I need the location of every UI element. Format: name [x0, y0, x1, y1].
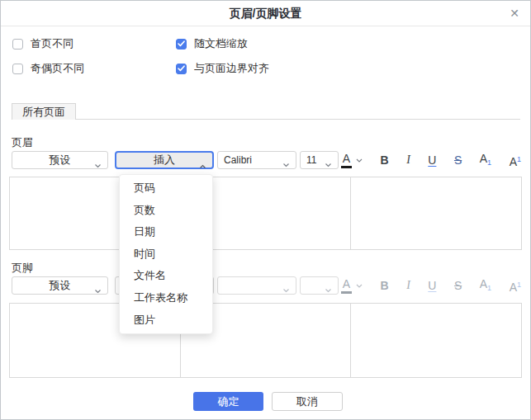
strikethrough-button[interactable]: S — [454, 153, 462, 167]
subscript-button: A1 — [480, 277, 491, 295]
chevron-down-icon — [94, 158, 102, 171]
dialog-title: 页眉/页脚设置 — [1, 7, 530, 21]
font-color-button: A — [341, 277, 363, 294]
tab-all-pages[interactable]: 所有页面 — [12, 103, 76, 120]
checkbox-different-odd-even[interactable]: 奇偶页不同 — [12, 62, 84, 75]
checkbox-label: 首页不同 — [31, 36, 73, 51]
header-right-cell[interactable] — [351, 177, 521, 249]
header-insert-dropdown[interactable]: 插入 — [115, 151, 214, 169]
cancel-button[interactable]: 取消 — [272, 392, 343, 411]
header-font-size-dropdown[interactable]: 11 — [300, 151, 339, 169]
menu-item-picture[interactable]: 图片 — [120, 309, 212, 332]
chevron-down-icon — [356, 284, 363, 288]
header-preset-dropdown[interactable]: 预设 — [12, 151, 108, 169]
font-size-value: 11 — [306, 154, 316, 166]
checkbox-label: 奇偶页不同 — [31, 61, 84, 76]
chevron-down-icon — [325, 158, 332, 170]
strikethrough-button: S — [454, 279, 462, 292]
footer-edit-area — [9, 303, 522, 378]
chevron-down-icon — [94, 284, 102, 296]
dialog-titlebar: 页眉/页脚设置 ✕ — [1, 1, 530, 26]
superscript-button[interactable]: A1 — [510, 153, 521, 168]
footer-format-toolbar: A B I U S A1 A1 — [341, 276, 521, 295]
font-name-value: Calibri — [224, 154, 252, 166]
checkbox-label: 与页面边界对齐 — [194, 61, 269, 76]
checkbox-unchecked-icon — [12, 39, 23, 50]
preset-label: 预设 — [50, 153, 71, 168]
font-color-icon: A — [341, 277, 352, 294]
checkbox-different-first-page[interactable]: 首页不同 — [12, 37, 73, 50]
insert-dropdown-menu: 页码 页数 日期 时间 文件名 工作表名称 图片 — [119, 174, 213, 334]
italic-button[interactable]: I — [406, 153, 410, 167]
footer-font-size-dropdown — [300, 276, 339, 295]
chevron-down-icon — [356, 158, 363, 163]
font-color-icon: A — [341, 152, 352, 168]
insert-label: 插入 — [154, 153, 175, 168]
header-section-label: 页眉 — [12, 135, 33, 150]
menu-item-date[interactable]: 日期 — [120, 221, 212, 243]
chevron-up-icon — [199, 159, 206, 172]
chevron-down-icon — [325, 284, 332, 295]
footer-font-dropdown — [217, 276, 296, 295]
menu-item-sheet-name[interactable]: 工作表名称 — [120, 287, 212, 309]
superscript-button: A1 — [510, 278, 521, 294]
preset-label: 预设 — [50, 278, 71, 293]
header-font-dropdown[interactable]: Calibri — [217, 151, 296, 169]
menu-item-page-count[interactable]: 页数 — [120, 200, 212, 222]
font-color-button[interactable]: A — [341, 152, 363, 168]
italic-button: I — [406, 279, 410, 292]
header-edit-area — [9, 177, 522, 250]
header-format-toolbar: A B I U S A1 A1 — [341, 151, 521, 169]
chevron-down-icon — [282, 158, 290, 170]
footer-section-label: 页脚 — [12, 261, 33, 276]
menu-item-time[interactable]: 时间 — [120, 243, 212, 266]
tab-divider — [12, 119, 520, 120]
underline-button: U — [428, 279, 436, 292]
footer-right-cell[interactable] — [351, 304, 521, 377]
checkbox-unchecked-icon — [12, 64, 23, 74]
ok-button[interactable]: 确定 — [193, 392, 263, 411]
chevron-down-icon — [282, 284, 290, 295]
checkbox-align-page-margins[interactable]: 与页面边界对齐 — [176, 62, 269, 75]
checkbox-checked-icon — [176, 64, 187, 74]
footer-preset-dropdown[interactable]: 预设 — [12, 276, 108, 295]
checkbox-checked-icon — [176, 39, 187, 50]
close-icon[interactable]: ✕ — [510, 6, 519, 21]
bold-button: B — [381, 279, 389, 292]
checkbox-scale-with-document[interactable]: 随文档缩放 — [176, 37, 248, 50]
subscript-button[interactable]: A1 — [480, 152, 491, 169]
header-footer-settings-dialog: 页眉/页脚设置 ✕ 首页不同 奇偶页不同 随文档缩放 与页面边界对齐 所有页面 … — [0, 0, 531, 420]
checkbox-label: 随文档缩放 — [194, 36, 248, 51]
underline-button[interactable]: U — [428, 153, 436, 167]
bold-button[interactable]: B — [381, 153, 389, 167]
menu-item-page-number[interactable]: 页码 — [120, 177, 212, 200]
menu-item-file-name[interactable]: 文件名 — [120, 265, 212, 287]
